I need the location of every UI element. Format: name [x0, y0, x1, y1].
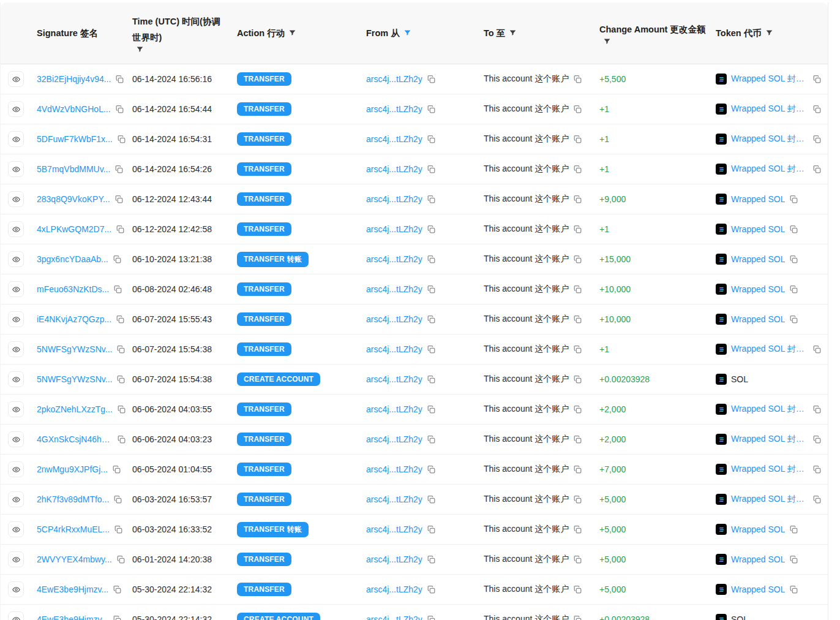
copy-from-icon[interactable]	[427, 555, 436, 564]
token-name[interactable]: Wrapped SOL 封装...	[731, 74, 808, 85]
preview-eye-button[interactable]	[8, 581, 24, 597]
token-name[interactable]: Wrapped SOL	[731, 194, 785, 204]
copy-token-icon[interactable]	[812, 495, 822, 504]
copy-from-icon[interactable]	[427, 525, 436, 534]
copy-signature-icon[interactable]	[113, 585, 122, 594]
from-address-link[interactable]: arsc4j...tLZh2y	[366, 314, 422, 324]
copy-from-icon[interactable]	[427, 615, 436, 620]
copy-signature-icon[interactable]	[117, 435, 126, 444]
token-name[interactable]: Wrapped SOL 封装...	[731, 434, 808, 445]
preview-eye-button[interactable]	[8, 491, 24, 507]
copy-from-icon[interactable]	[427, 435, 436, 444]
signature-link[interactable]: 2hK7f3v89dMTfo...	[37, 494, 109, 504]
copy-to-icon[interactable]	[573, 405, 582, 414]
copy-from-icon[interactable]	[427, 75, 436, 84]
preview-eye-button[interactable]	[8, 461, 24, 477]
action-badge[interactable]: TRANSFER	[237, 102, 291, 116]
from-address-link[interactable]: arsc4j...tLZh2y	[366, 104, 422, 114]
preview-eye-button[interactable]	[8, 371, 24, 387]
copy-from-icon[interactable]	[427, 285, 436, 294]
copy-signature-icon[interactable]	[115, 75, 124, 84]
copy-to-icon[interactable]	[573, 195, 582, 204]
preview-eye-button[interactable]	[8, 521, 24, 537]
copy-signature-icon[interactable]	[117, 135, 126, 144]
copy-token-icon[interactable]	[812, 435, 822, 444]
copy-from-icon[interactable]	[427, 255, 436, 264]
action-badge[interactable]: TRANSFER	[237, 553, 291, 566]
copy-from-icon[interactable]	[427, 135, 436, 144]
copy-signature-icon[interactable]	[113, 285, 122, 294]
copy-token-icon[interactable]	[812, 135, 822, 144]
signature-link[interactable]: 4EwE3be9Hjmzv...	[37, 584, 108, 594]
copy-to-icon[interactable]	[573, 375, 582, 384]
copy-token-icon[interactable]	[789, 285, 798, 294]
token-name[interactable]: Wrapped SOL	[731, 224, 785, 234]
copy-token-icon[interactable]	[789, 525, 798, 534]
preview-eye-button[interactable]	[8, 311, 24, 327]
action-badge[interactable]: TRANSFER	[237, 222, 291, 236]
from-address-link[interactable]: arsc4j...tLZh2y	[366, 74, 422, 84]
copy-to-icon[interactable]	[573, 585, 582, 594]
token-name[interactable]: Wrapped SOL	[731, 584, 785, 594]
preview-eye-button[interactable]	[8, 221, 24, 237]
copy-to-icon[interactable]	[573, 165, 582, 174]
signature-link[interactable]: 4EwE3be9Hjmzv...	[37, 614, 108, 620]
signature-link[interactable]: 5NWFSgYWzSNv...	[37, 374, 112, 384]
token-name[interactable]: Wrapped SOL	[731, 284, 785, 294]
copy-to-icon[interactable]	[573, 105, 582, 114]
copy-token-icon[interactable]	[789, 195, 798, 204]
copy-to-icon[interactable]	[573, 345, 582, 354]
copy-token-icon[interactable]	[812, 105, 822, 114]
copy-to-icon[interactable]	[573, 435, 582, 444]
action-badge[interactable]: TRANSFER	[237, 72, 291, 86]
action-badge[interactable]: TRANSFER	[237, 132, 291, 146]
token-name[interactable]: Wrapped SOL	[731, 524, 785, 534]
token-name[interactable]: Wrapped SOL 封装...	[731, 164, 808, 175]
preview-eye-button[interactable]	[8, 281, 24, 297]
preview-eye-button[interactable]	[8, 251, 24, 267]
from-address-link[interactable]: arsc4j...tLZh2y	[366, 434, 422, 444]
from-address-link[interactable]: arsc4j...tLZh2y	[366, 344, 422, 354]
copy-signature-icon[interactable]	[114, 165, 124, 174]
from-address-link[interactable]: arsc4j...tLZh2y	[366, 254, 422, 264]
copy-token-icon[interactable]	[812, 465, 822, 474]
copy-from-icon[interactable]	[427, 165, 436, 174]
copy-token-icon[interactable]	[812, 75, 822, 84]
copy-from-icon[interactable]	[427, 315, 436, 324]
copy-to-icon[interactable]	[573, 555, 582, 564]
signature-link[interactable]: mFeuo63NzKtDs...	[37, 284, 109, 294]
action-badge[interactable]: TRANSFER 转账	[237, 252, 309, 267]
preview-eye-button[interactable]	[8, 101, 24, 117]
from-address-link[interactable]: arsc4j...tLZh2y	[366, 224, 422, 234]
action-badge[interactable]: TRANSFER	[237, 312, 291, 326]
copy-to-icon[interactable]	[573, 255, 582, 264]
action-badge[interactable]: TRANSFER 转账	[237, 522, 309, 537]
copy-to-icon[interactable]	[573, 135, 582, 144]
preview-eye-button[interactable]	[8, 551, 24, 567]
from-address-link[interactable]: arsc4j...tLZh2y	[366, 584, 422, 594]
copy-token-icon[interactable]	[812, 405, 822, 414]
copy-signature-icon[interactable]	[113, 255, 122, 264]
from-address-link[interactable]: arsc4j...tLZh2y	[366, 374, 422, 384]
action-badge[interactable]: TRANSFER	[237, 162, 291, 176]
signature-link[interactable]: 283q8Q9VkoKPY...	[37, 194, 110, 204]
signature-link[interactable]: 4VdWzVbNGHoL...	[37, 104, 111, 114]
action-badge[interactable]: TRANSFER	[237, 403, 291, 416]
preview-eye-button[interactable]	[8, 131, 24, 147]
copy-token-icon[interactable]	[789, 255, 798, 264]
signature-link[interactable]: 3pgx6ncYDaaAb...	[37, 254, 108, 264]
token-name[interactable]: Wrapped SOL	[731, 554, 785, 564]
copy-to-icon[interactable]	[573, 465, 582, 474]
token-name[interactable]: Wrapped SOL 封装...	[731, 404, 808, 415]
from-address-link[interactable]: arsc4j...tLZh2y	[366, 464, 422, 474]
copy-token-icon[interactable]	[789, 555, 798, 564]
token-name[interactable]: Wrapped SOL 封装...	[731, 494, 808, 505]
copy-signature-icon[interactable]	[112, 465, 121, 474]
signature-link[interactable]: 5CP4rkRxxMuEL...	[37, 524, 110, 534]
copy-from-icon[interactable]	[427, 195, 436, 204]
token-name[interactable]: Wrapped SOL	[731, 254, 785, 264]
copy-signature-icon[interactable]	[116, 225, 125, 234]
copy-from-icon[interactable]	[427, 585, 436, 594]
action-badge[interactable]: CREATE ACCOUNT	[237, 613, 320, 620]
preview-eye-button[interactable]	[8, 191, 24, 207]
